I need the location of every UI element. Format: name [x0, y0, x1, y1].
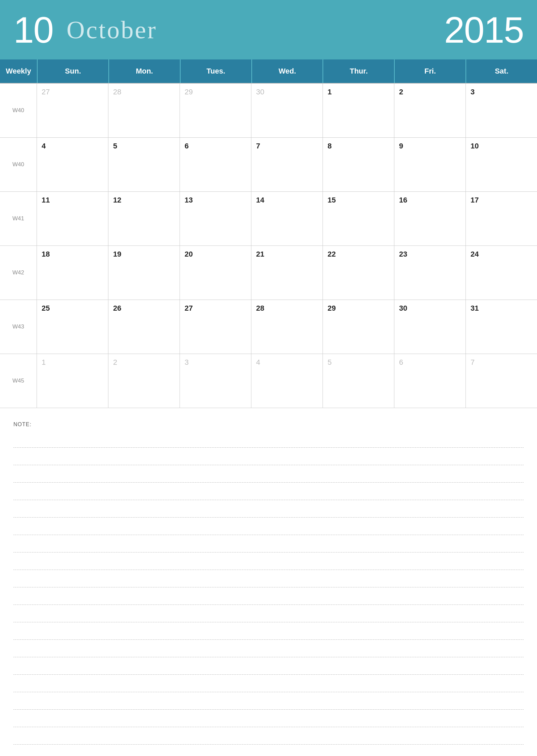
note-line[interactable]	[13, 605, 524, 622]
day-header-thur-label: Thur.	[350, 67, 368, 76]
day-number: 16	[399, 196, 407, 204]
day-cell[interactable]: 3	[466, 84, 537, 137]
day-header-tues: Tues.	[180, 59, 251, 83]
calendar-row: W4045678910	[0, 138, 537, 192]
note-line[interactable]	[13, 640, 524, 657]
day-cell[interactable]: 29	[323, 300, 394, 354]
note-line[interactable]	[13, 657, 524, 675]
day-cell[interactable]: 25	[37, 300, 108, 354]
day-headers-row: Weekly Sun. Mon. Tues. Wed. Thur. Fri. S…	[0, 59, 537, 84]
day-number: 20	[185, 250, 193, 258]
note-line[interactable]	[13, 710, 524, 727]
day-number: 27	[42, 88, 50, 96]
week-label-cell: W42	[0, 246, 37, 300]
day-cell[interactable]: 1	[323, 84, 394, 137]
day-cell[interactable]: 26	[108, 300, 180, 354]
day-cell[interactable]: 15	[323, 192, 394, 246]
week-label: W42	[12, 269, 24, 276]
calendar-row: W4218192021222324	[0, 246, 537, 300]
day-header-wed-label: Wed.	[279, 67, 296, 76]
day-cell[interactable]: 20	[180, 246, 251, 300]
note-line[interactable]	[13, 483, 524, 500]
day-cell[interactable]: 9	[394, 138, 466, 191]
day-cell[interactable]: 24	[466, 246, 537, 300]
day-number: 15	[328, 196, 336, 204]
day-number: 26	[113, 304, 121, 312]
day-header-fri-label: Fri.	[425, 67, 436, 76]
note-line[interactable]	[13, 727, 524, 745]
day-number: 18	[42, 250, 50, 258]
note-line[interactable]	[13, 675, 524, 692]
day-cell[interactable]: 13	[180, 192, 251, 246]
day-header-wed: Wed.	[251, 59, 323, 83]
calendar-row: W4027282930123	[0, 84, 537, 138]
note-line[interactable]	[13, 535, 524, 552]
note-line[interactable]	[13, 448, 524, 465]
day-cell[interactable]: 27	[180, 300, 251, 354]
note-lines	[13, 430, 524, 756]
notes-label: NOTE:	[13, 421, 524, 428]
day-cell[interactable]: 30	[394, 300, 466, 354]
day-number: 21	[256, 250, 264, 258]
day-cell[interactable]: 7	[251, 138, 323, 191]
day-cell[interactable]: 6	[180, 138, 251, 191]
day-cell[interactable]: 4	[251, 354, 323, 408]
week-label: W43	[12, 323, 24, 330]
day-cell[interactable]: 27	[37, 84, 108, 137]
day-number: 29	[328, 304, 336, 312]
day-cell[interactable]: 4	[37, 138, 108, 191]
day-cell[interactable]: 2	[394, 84, 466, 137]
day-cell[interactable]: 16	[394, 192, 466, 246]
day-cell[interactable]: 23	[394, 246, 466, 300]
day-header-thur: Thur.	[323, 59, 394, 83]
day-cell[interactable]: 12	[108, 192, 180, 246]
day-cell[interactable]: 19	[108, 246, 180, 300]
day-number: 30	[256, 88, 264, 96]
day-header-sun-label: Sun.	[65, 67, 81, 76]
note-line[interactable]	[13, 692, 524, 710]
day-number: 22	[328, 250, 336, 258]
day-cell[interactable]: 14	[251, 192, 323, 246]
note-line[interactable]	[13, 500, 524, 518]
note-line[interactable]	[13, 570, 524, 587]
day-cell[interactable]: 21	[251, 246, 323, 300]
day-header-fri: Fri.	[394, 59, 466, 83]
day-cell[interactable]: 11	[37, 192, 108, 246]
day-cell[interactable]: 29	[180, 84, 251, 137]
day-cell[interactable]: 5	[323, 354, 394, 408]
day-cell[interactable]: 7	[466, 354, 537, 408]
day-cell[interactable]: 10	[466, 138, 537, 191]
day-cell[interactable]: 30	[251, 84, 323, 137]
day-cell[interactable]: 28	[251, 300, 323, 354]
week-label: W45	[12, 377, 24, 384]
day-number: 24	[471, 250, 479, 258]
weekly-header-cell: Weekly	[0, 59, 37, 83]
week-label-cell: W40	[0, 84, 37, 137]
day-number: 27	[185, 304, 193, 312]
note-line[interactable]	[13, 622, 524, 640]
note-line[interactable]	[13, 745, 524, 756]
week-label: W40	[12, 161, 24, 168]
day-number: 1	[42, 358, 46, 366]
day-number: 13	[185, 196, 193, 204]
day-cell[interactable]: 31	[466, 300, 537, 354]
note-line[interactable]	[13, 552, 524, 570]
day-cell[interactable]: 8	[323, 138, 394, 191]
day-cell[interactable]: 6	[394, 354, 466, 408]
calendar-row: W4325262728293031	[0, 300, 537, 354]
day-cell[interactable]: 2	[108, 354, 180, 408]
day-number: 7	[256, 142, 260, 150]
day-cell[interactable]: 17	[466, 192, 537, 246]
day-cell[interactable]: 18	[37, 246, 108, 300]
note-line[interactable]	[13, 465, 524, 483]
note-line[interactable]	[13, 587, 524, 605]
day-cell[interactable]: 5	[108, 138, 180, 191]
day-cell[interactable]: 22	[323, 246, 394, 300]
note-line[interactable]	[13, 430, 524, 448]
day-cell[interactable]: 3	[180, 354, 251, 408]
weekly-header-label: Weekly	[6, 67, 31, 76]
note-line[interactable]	[13, 518, 524, 535]
month-number: 10	[13, 11, 53, 48]
day-cell[interactable]: 1	[37, 354, 108, 408]
day-cell[interactable]: 28	[108, 84, 180, 137]
